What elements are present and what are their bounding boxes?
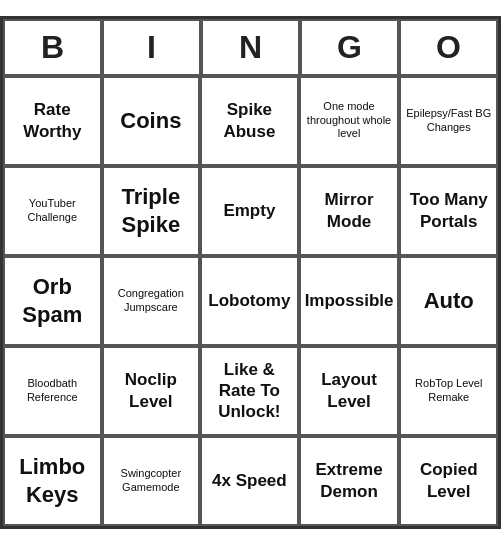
cell-text: Epilepsy/Fast BG Changes [405, 107, 492, 135]
header-letter: G [300, 19, 399, 76]
bingo-cell: Orb Spam [3, 256, 102, 346]
bingo-cell: Auto [399, 256, 498, 346]
bingo-cell: Spike Abuse [200, 76, 299, 166]
header-letter: O [399, 19, 498, 76]
bingo-cell: Rate Worthy [3, 76, 102, 166]
cell-text: Congregation Jumpscare [108, 287, 195, 315]
header-letter: I [102, 19, 201, 76]
bingo-grid: Rate WorthyCoinsSpike AbuseOne mode thro… [3, 76, 498, 526]
bingo-card: BINGO Rate WorthyCoinsSpike AbuseOne mod… [0, 16, 501, 529]
bingo-cell: Layout Level [299, 346, 400, 436]
bingo-cell: Impossible [299, 256, 400, 346]
bingo-cell: One mode throughout whole level [299, 76, 400, 166]
bingo-cell: Swingcopter Gamemode [102, 436, 201, 526]
bingo-cell: Bloodbath Reference [3, 346, 102, 436]
bingo-cell: Empty [200, 166, 299, 256]
header-letter: B [3, 19, 102, 76]
cell-text: Swingcopter Gamemode [108, 467, 195, 495]
cell-text: Limbo Keys [9, 453, 96, 508]
cell-text: RobTop Level Remake [405, 377, 492, 405]
bingo-header: BINGO [3, 19, 498, 76]
bingo-cell: Like & Rate To Unlock! [200, 346, 299, 436]
cell-text: Mirror Mode [305, 189, 394, 232]
bingo-cell: Congregation Jumpscare [102, 256, 201, 346]
cell-text: Triple Spike [108, 183, 195, 238]
cell-text: Empty [223, 200, 275, 221]
header-letter: N [201, 19, 300, 76]
bingo-cell: Triple Spike [102, 166, 201, 256]
cell-text: Rate Worthy [9, 99, 96, 142]
bingo-cell: Copied Level [399, 436, 498, 526]
bingo-cell: Epilepsy/Fast BG Changes [399, 76, 498, 166]
bingo-cell: Noclip Level [102, 346, 201, 436]
bingo-cell: Mirror Mode [299, 166, 400, 256]
cell-text: YouTuber Challenge [9, 197, 96, 225]
cell-text: 4x Speed [212, 470, 287, 491]
bingo-cell: Limbo Keys [3, 436, 102, 526]
cell-text: Copied Level [405, 459, 492, 502]
bingo-cell: Coins [102, 76, 201, 166]
cell-text: Extreme Demon [305, 459, 394, 502]
cell-text: One mode throughout whole level [305, 100, 394, 141]
bingo-cell: Lobotomy [200, 256, 299, 346]
cell-text: Lobotomy [208, 290, 290, 311]
cell-text: Bloodbath Reference [9, 377, 96, 405]
cell-text: Like & Rate To Unlock! [206, 359, 293, 423]
cell-text: Orb Spam [9, 273, 96, 328]
cell-text: Too Many Portals [405, 189, 492, 232]
cell-text: Layout Level [305, 369, 394, 412]
bingo-cell: 4x Speed [200, 436, 299, 526]
cell-text: Spike Abuse [206, 99, 293, 142]
cell-text: Noclip Level [108, 369, 195, 412]
cell-text: Coins [120, 107, 181, 135]
bingo-cell: Too Many Portals [399, 166, 498, 256]
bingo-cell: Extreme Demon [299, 436, 400, 526]
cell-text: Impossible [305, 290, 394, 311]
bingo-cell: YouTuber Challenge [3, 166, 102, 256]
cell-text: Auto [424, 287, 474, 315]
bingo-cell: RobTop Level Remake [399, 346, 498, 436]
